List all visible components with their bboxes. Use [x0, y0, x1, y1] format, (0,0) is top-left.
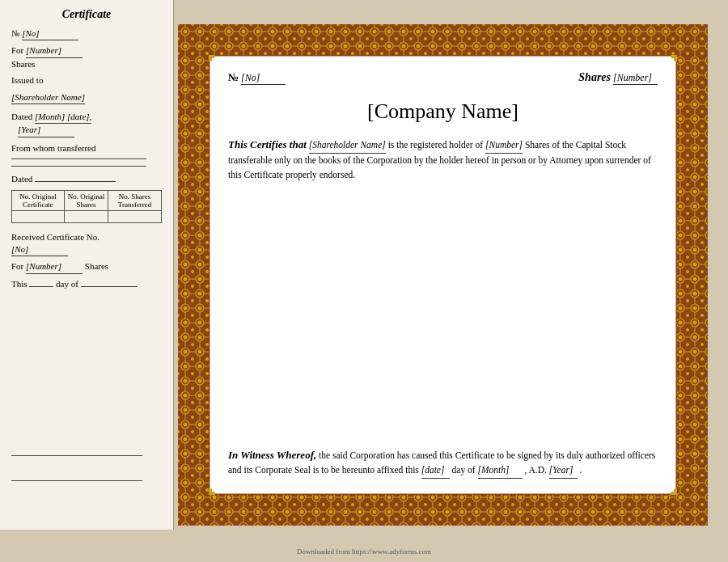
- number-shares: [Number]: [485, 138, 523, 154]
- ad-label: , A.D.: [524, 465, 546, 475]
- stub-received-field: Received Certificate No. [No]: [11, 231, 162, 257]
- witness-section: In Witness Whereof, the said Corporation…: [228, 439, 658, 479]
- period: .: [580, 465, 582, 475]
- stub-table: No. Original Certificate No. Original Sh…: [11, 190, 162, 223]
- stub-for2-field: For [Number] Shares: [11, 260, 162, 273]
- stub-dated-label: Dated: [11, 112, 32, 121]
- cert-shares-value: [Number]: [613, 72, 658, 85]
- company-name: [Company Name]: [228, 99, 658, 124]
- svg-rect-27: [178, 24, 708, 55]
- left-stub: Certificate № [No] For [Number] Shares I…: [0, 0, 174, 530]
- page: Certificate № [No] For [Number] Shares I…: [0, 0, 728, 562]
- day-label: day of: [452, 465, 476, 475]
- cert-no-field: № [No]: [228, 71, 286, 85]
- witness-italic: In Witness Whereof,: [228, 449, 316, 461]
- stub-issued-label: Issued to: [11, 75, 43, 85]
- stub-issued-field: Issued to: [11, 74, 162, 87]
- month-value: [Month]: [478, 463, 523, 479]
- stub-this-label: This: [11, 279, 28, 289]
- stub-table-cell-3: [108, 210, 162, 222]
- stub-for-field: For [Number] Shares: [11, 44, 162, 70]
- stub-month-date: [Month] [date],: [35, 111, 91, 124]
- cert-header: № [No] Shares [Number]: [228, 71, 658, 85]
- footer: Downloaded from https://www.adyforms.com: [0, 547, 728, 556]
- stub-for-label: For: [11, 45, 23, 55]
- stub-this-blank: [29, 286, 53, 287]
- stub-dated2-label: Dated: [11, 174, 32, 184]
- certifies-italic: This Certifies that: [228, 138, 307, 150]
- stub-shareholder-name: [Shareholder Name]: [11, 91, 85, 104]
- certifies-text1: is the registered holder of: [388, 140, 484, 150]
- stub-dated2-value: [35, 181, 116, 182]
- stub-from-whom-field: From whom transferred: [11, 142, 162, 154]
- stub-from-whom-label: From whom transferred: [11, 143, 95, 153]
- svg-rect-30: [677, 55, 708, 495]
- stub-this-field: This day of: [11, 278, 162, 290]
- svg-rect-29: [178, 55, 209, 495]
- stub-table-header-2: No. Original Shares: [64, 190, 108, 210]
- stub-bottom-lines: [11, 455, 157, 505]
- stub-title: Certificate: [11, 8, 162, 21]
- stub-year: [Year]: [18, 124, 74, 137]
- stub-day-label: day of: [56, 279, 78, 289]
- stub-dated-field: Dated [Month] [date], [Year]: [11, 111, 162, 137]
- stub-number-value: [Number]: [26, 44, 83, 57]
- year-value: [Year]: [549, 463, 578, 479]
- stub-table-header-1: No. Original Certificate: [12, 190, 65, 210]
- cert-shares-label: Shares: [578, 71, 611, 83]
- stub-line-1: [11, 158, 146, 159]
- svg-rect-28: [178, 495, 708, 526]
- stub-table-cell-2: [64, 210, 108, 222]
- stub-day-blank: [81, 286, 138, 287]
- stub-shares-label: Shares: [11, 59, 35, 69]
- cert-no-label: №: [228, 71, 239, 83]
- witness-right: In Witness Whereof, the said Corporation…: [228, 447, 658, 479]
- shareholder-name: [Shareholder Name]: [309, 138, 386, 154]
- stub-bottom-line-2: [11, 480, 142, 481]
- stub-shareholder-field: [Shareholder Name]: [11, 91, 162, 104]
- certificate-container: № [No] Shares [Number] [Company Name] Th…: [178, 24, 708, 526]
- certifies-text: This Certifies that [Shareholder Name] i…: [228, 137, 658, 182]
- cert-content: № [No] Shares [Number] [Company Name] Th…: [212, 58, 674, 492]
- footer-url: Downloaded from https://www.adyforms.com: [297, 547, 431, 556]
- cert-no-value: [No]: [241, 72, 286, 85]
- stub-line-2: [11, 166, 146, 167]
- stub-dated2-field: Dated: [11, 173, 162, 185]
- stub-no-label: №: [11, 28, 20, 38]
- stub-received-no: [No]: [11, 243, 68, 256]
- stub-number2-value: [Number]: [26, 260, 83, 273]
- stub-received-label: Received Certificate No.: [11, 232, 99, 242]
- stub-shares2-label: Shares: [85, 261, 108, 271]
- cert-shares-field: Shares [Number]: [578, 71, 658, 85]
- date-value: [date]: [421, 463, 450, 479]
- stub-no-field: № [No]: [11, 27, 162, 40]
- stub-no-value: [No]: [22, 27, 78, 40]
- stub-for2-label: For: [11, 261, 23, 271]
- stub-table-cell-1: [12, 210, 65, 222]
- stub-table-header-3: No. Shares Transferred: [108, 190, 162, 210]
- stub-bottom-line-1: [11, 455, 142, 456]
